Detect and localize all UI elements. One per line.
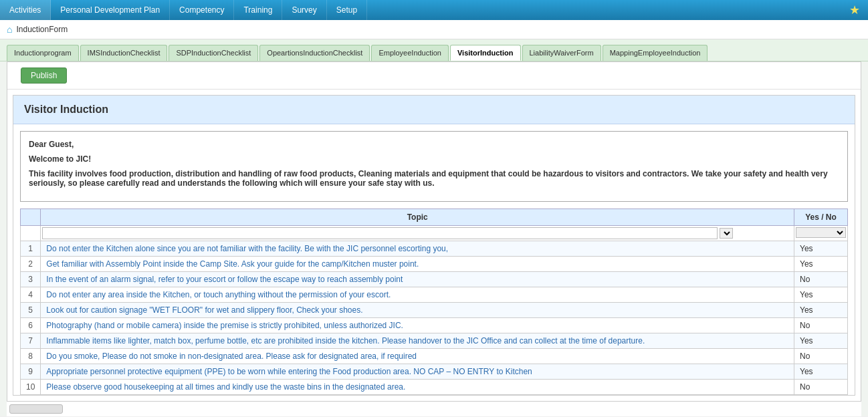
induction-table: Topic Yes / No (20, 208, 848, 395)
breadcrumb: ⌂ InductionForm (0, 20, 868, 39)
nav-competency[interactable]: Competency (170, 0, 234, 20)
table-row: 1Do not enter the Kitchen alone since yo… (21, 241, 848, 257)
table-row: 2Get familiar with Assembly Point inside… (21, 257, 848, 272)
row-yesno: No (794, 349, 848, 364)
induction-table-container: Topic Yes / No (13, 208, 855, 396)
row-yesno: No (794, 380, 848, 395)
subtab-inductionprogram[interactable]: Inductionprogram (7, 45, 79, 61)
subtab-visitorinduction[interactable]: VisitorInduction (450, 45, 521, 61)
col-yesno-header: Yes / No (794, 209, 848, 226)
welcome-line1: Dear Guest, (29, 140, 839, 149)
table-row: 6Photography (hand or mobile camera) ins… (21, 318, 848, 333)
filter-topic-cell[interactable] (41, 226, 794, 241)
subtab-liabilitywaiversform[interactable]: LiabilityWaiverForm (522, 45, 601, 61)
row-yesno: Yes (794, 241, 848, 257)
row-number: 8 (21, 349, 41, 364)
publish-button[interactable]: Publish (21, 67, 67, 84)
row-yesno: Yes (794, 303, 848, 318)
table-row: 9Appropriate personnel protective equipm… (21, 364, 848, 380)
welcome-line3: This facility involves food production, … (29, 169, 839, 188)
welcome-box: Dear Guest, Welcome to JIC! This facilit… (20, 131, 848, 202)
table-row: 8Do you smoke, Please do not smoke in no… (21, 349, 848, 364)
subtab-imsinductionchecklist[interactable]: IMSInductionChecklist (80, 45, 168, 61)
nav-survey[interactable]: Survey (282, 0, 326, 20)
breadcrumb-page: InductionForm (16, 25, 68, 34)
row-number: 9 (21, 364, 41, 380)
row-yesno: No (794, 272, 848, 287)
row-yesno: No (794, 318, 848, 333)
nav-setup[interactable]: Setup (327, 0, 367, 20)
row-yesno: Yes (794, 333, 848, 349)
form-header: Visitor Induction (13, 96, 855, 124)
subtab-opeartionsinductionchecklist[interactable]: OpeartionsInductionChecklist (259, 45, 370, 61)
subtab-employeeinduction[interactable]: EmployeeInduction (371, 45, 449, 61)
row-number: 2 (21, 257, 41, 272)
row-yesno: Yes (794, 287, 848, 303)
row-topic: Photography (hand or mobile camera) insi… (41, 318, 794, 333)
row-number: 4 (21, 287, 41, 303)
top-navigation: Activities Personal Development Plan Com… (0, 0, 868, 20)
nav-activities[interactable]: Activities (0, 0, 51, 20)
row-yesno: Yes (794, 257, 848, 272)
row-topic: Look out for caution signage "WET FLOOR"… (41, 303, 794, 318)
table-row: 10Please observe good housekeeping at al… (21, 380, 848, 395)
row-topic: Do you smoke, Please do not smoke in non… (41, 349, 794, 364)
row-topic: Do not enter any area inside the Kitchen… (41, 287, 794, 303)
row-number: 6 (21, 318, 41, 333)
filter-yesno-cell[interactable] (794, 226, 848, 241)
row-number: 10 (21, 380, 41, 395)
filter-num-cell (21, 226, 41, 241)
subtabs-area: Inductionprogram IMSInductionChecklist S… (0, 39, 868, 61)
nav-training[interactable]: Training (234, 0, 282, 20)
row-topic: Get familiar with Assembly Point inside … (41, 257, 794, 272)
form-title: Visitor Induction (24, 104, 844, 116)
row-topic: Please observe good housekeeping at all … (41, 380, 794, 395)
topic-filter-input[interactable] (42, 227, 717, 239)
row-yesno: Yes (794, 364, 848, 380)
table-row: 5Look out for caution signage "WET FLOOR… (21, 303, 848, 318)
subtab-sdpinductionchecklist[interactable]: SDPInductionChecklist (169, 45, 258, 61)
topic-filter-select[interactable] (720, 228, 733, 239)
col-num-header (21, 209, 41, 226)
row-number: 3 (21, 272, 41, 287)
row-topic: Inflammable items like lighter, match bo… (41, 333, 794, 349)
star-icon: ★ (841, 0, 868, 20)
nav-personal-development-plan[interactable]: Personal Development Plan (51, 0, 170, 20)
row-number: 5 (21, 303, 41, 318)
home-icon[interactable]: ⌂ (7, 24, 12, 35)
row-number: 1 (21, 241, 41, 257)
row-topic: Appropriate personnel protective equipme… (41, 364, 794, 380)
publish-bar: Publish (7, 62, 861, 90)
table-row: 7Inflammable items like lighter, match b… (21, 333, 848, 349)
table-row: 4Do not enter any area inside the Kitche… (21, 287, 848, 303)
subtabs-list: Inductionprogram IMSInductionChecklist S… (7, 45, 861, 61)
table-row: 3In the event of an alarm signal, refer … (21, 272, 848, 287)
yesno-filter-select[interactable] (796, 227, 846, 238)
col-topic-header: Topic (41, 209, 794, 226)
row-topic: In the event of an alarm signal, refer t… (41, 272, 794, 287)
horizontal-scrollbar[interactable] (9, 404, 63, 414)
welcome-line2: Welcome to JIC! (29, 154, 839, 164)
row-topic: Do not enter the Kitchen alone since you… (41, 241, 794, 257)
row-number: 7 (21, 333, 41, 349)
subtab-mappingemployeeinduction[interactable]: MappingEmployeeInduction (603, 45, 708, 61)
